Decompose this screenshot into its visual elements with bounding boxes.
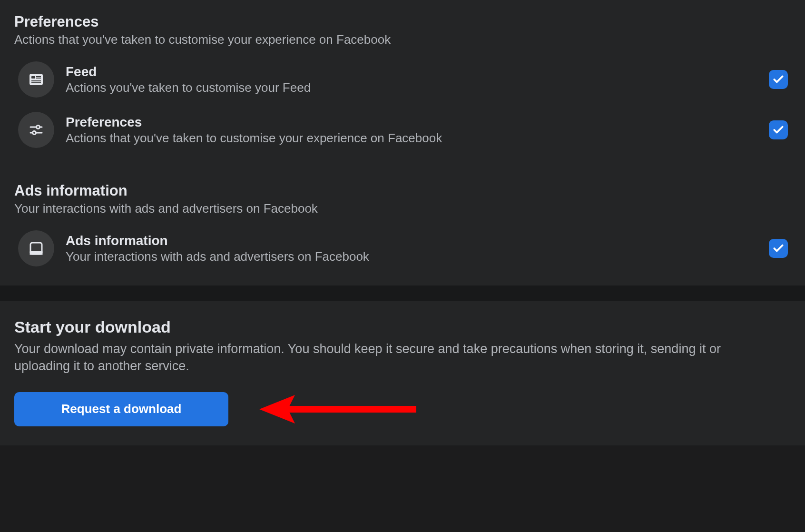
option-desc: Actions that you've taken to customise y… — [66, 131, 759, 146]
svg-rect-4 — [31, 80, 41, 81]
check-icon — [772, 124, 785, 136]
svg-rect-5 — [31, 82, 41, 83]
option-text: Preferences Actions that you've taken to… — [66, 115, 769, 146]
settings-card: Preferences Actions that you've taken to… — [0, 0, 805, 286]
option-title: Ads information — [66, 233, 759, 248]
section-subtitle: Your interactions with ads and advertise… — [14, 201, 791, 216]
svg-rect-0 — [29, 74, 43, 85]
section-title: Ads information — [14, 182, 791, 199]
download-card: Start your download Your download may co… — [0, 301, 805, 445]
option-desc: Your interactions with ads and advertise… — [66, 249, 759, 264]
device-icon — [18, 230, 54, 266]
option-ads-information[interactable]: Ads information Your interactions with a… — [14, 230, 791, 266]
option-feed[interactable]: Feed Actions you've taken to customise y… — [14, 61, 791, 98]
option-text: Feed Actions you've taken to customise y… — [66, 64, 769, 95]
option-title: Feed — [66, 64, 759, 79]
download-description: Your download may contain private inform… — [14, 340, 776, 375]
check-icon — [772, 242, 785, 255]
section-subtitle: Actions that you've taken to customise y… — [14, 32, 791, 47]
option-preferences[interactable]: Preferences Actions that you've taken to… — [14, 112, 791, 148]
sliders-icon — [18, 112, 54, 148]
option-title: Preferences — [66, 115, 759, 130]
section-ads: Ads information Your interactions with a… — [14, 182, 791, 266]
checkbox-preferences[interactable] — [769, 120, 788, 139]
svg-rect-1 — [31, 76, 35, 79]
check-icon — [772, 73, 785, 86]
section-title: Preferences — [14, 13, 791, 30]
card-gap — [0, 286, 805, 301]
svg-point-9 — [33, 131, 36, 135]
svg-rect-3 — [36, 78, 41, 79]
annotation-arrow-icon — [259, 385, 426, 433]
option-text: Ads information Your interactions with a… — [66, 233, 769, 264]
download-title: Start your download — [14, 318, 791, 336]
section-preferences: Preferences Actions that you've taken to… — [14, 13, 791, 148]
svg-point-7 — [37, 126, 40, 129]
feed-icon — [18, 61, 54, 98]
checkbox-feed[interactable] — [769, 70, 788, 89]
svg-rect-2 — [36, 76, 41, 77]
request-download-button[interactable]: Request a download — [14, 392, 228, 426]
checkbox-ads[interactable] — [769, 239, 788, 258]
option-desc: Actions you've taken to customise your F… — [66, 80, 759, 95]
